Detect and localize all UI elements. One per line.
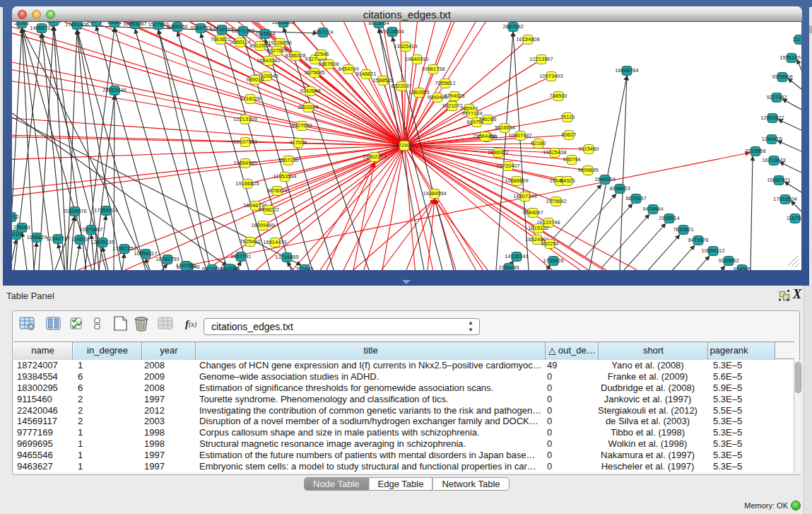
svg-text:13716485: 13716485 — [275, 254, 298, 260]
svg-text:1362615: 1362615 — [408, 89, 429, 95]
svg-text:2718126: 2718126 — [240, 95, 260, 102]
svg-text:53627: 53627 — [562, 132, 577, 138]
svg-text:6794028: 6794028 — [444, 93, 464, 99]
svg-text:99041: 99041 — [107, 22, 122, 25]
svg-text:17016504: 17016504 — [773, 196, 796, 202]
svg-text:8813054: 8813054 — [368, 22, 389, 26]
svg-text:9474444: 9474444 — [642, 206, 663, 212]
svg-text:10975867: 10975867 — [79, 226, 102, 233]
svg-text:3215958: 3215958 — [745, 148, 765, 154]
svg-text:1292346: 1292346 — [175, 262, 196, 269]
svg-text:116753: 116753 — [787, 215, 801, 221]
svg-text:7515524: 7515524 — [254, 30, 275, 37]
svg-text:8471676: 8471676 — [688, 237, 708, 243]
svg-text:22546: 22546 — [314, 51, 329, 57]
svg-text:9684067: 9684067 — [522, 209, 543, 216]
svg-text:10807487: 10807487 — [508, 132, 531, 139]
svg-text:2386322: 2386322 — [488, 149, 508, 156]
svg-text:16543382: 16543382 — [257, 57, 280, 64]
svg-text:28053346: 28053346 — [102, 87, 126, 93]
svg-text:9115460: 9115460 — [579, 146, 599, 152]
svg-text:1156829: 1156829 — [27, 234, 47, 240]
svg-text:3624534: 3624534 — [494, 124, 514, 131]
svg-text:10654112: 10654112 — [702, 247, 725, 254]
svg-text:9146821: 9146821 — [355, 71, 376, 77]
svg-text:12342737: 12342737 — [46, 235, 69, 242]
svg-text:16154808: 16154808 — [516, 36, 539, 42]
svg-text:9660124: 9660124 — [230, 39, 250, 45]
svg-text:10688609: 10688609 — [505, 177, 528, 184]
svg-text:748500: 748500 — [549, 93, 567, 99]
svg-text:2156445: 2156445 — [498, 264, 519, 270]
svg-text:1975692: 1975692 — [546, 198, 566, 204]
svg-text:10107553: 10107553 — [233, 139, 257, 145]
svg-text:371645: 371645 — [295, 266, 313, 270]
svg-text:8938923: 8938923 — [609, 185, 630, 192]
svg-text:417006: 417006 — [289, 139, 307, 146]
svg-text:3498222: 3498222 — [258, 206, 278, 213]
svg-text:10958117: 10958117 — [134, 250, 158, 257]
svg-text:10719155: 10719155 — [210, 26, 233, 33]
svg-text:15751074: 15751074 — [779, 54, 801, 61]
svg-text:1527602: 1527602 — [148, 22, 168, 28]
svg-text:935794: 935794 — [563, 156, 580, 163]
svg-text:19166825: 19166825 — [235, 180, 259, 187]
svg-text:252254: 252254 — [541, 240, 558, 247]
svg-text:15226058: 15226058 — [268, 40, 291, 46]
svg-text:1244415: 1244415 — [761, 136, 782, 142]
svg-text:9245652: 9245652 — [718, 257, 739, 264]
svg-text:10653287: 10653287 — [123, 22, 146, 27]
svg-text:16099489: 16099489 — [251, 222, 274, 228]
svg-text:7625402: 7625402 — [240, 238, 260, 245]
svg-text:11172: 11172 — [792, 36, 801, 42]
svg-text:13325419: 13325419 — [394, 43, 417, 49]
svg-text:16914479: 16914479 — [263, 239, 286, 245]
svg-text:9327509: 9327509 — [266, 47, 287, 54]
svg-text:12093822: 12093822 — [760, 115, 784, 121]
svg-text:16571355: 16571355 — [231, 28, 254, 34]
svg-text:54923: 54923 — [560, 177, 575, 184]
svg-text:335061: 335061 — [13, 224, 30, 230]
svg-text:27691406: 27691406 — [65, 22, 88, 28]
svg-text:12213369: 12213369 — [233, 116, 257, 122]
svg-text:19654985: 19654985 — [233, 160, 257, 166]
svg-text:1615132: 1615132 — [528, 225, 548, 231]
svg-text:7632621: 7632621 — [673, 226, 693, 233]
svg-text:8466160: 8466160 — [167, 23, 187, 30]
svg-text:9699695: 9699695 — [577, 167, 598, 173]
svg-text:14136141: 14136141 — [505, 253, 528, 259]
svg-text:15720407: 15720407 — [496, 163, 519, 169]
svg-text:746266: 746266 — [478, 116, 496, 122]
svg-text:20391: 20391 — [15, 22, 30, 26]
svg-text:19302273: 19302273 — [363, 153, 386, 160]
svg-text:19218506: 19218506 — [380, 28, 404, 35]
svg-text:75115: 75115 — [560, 114, 575, 120]
svg-text:15692971: 15692971 — [767, 177, 790, 183]
svg-text:10961758: 10961758 — [421, 66, 445, 72]
svg-text:(x): (x) — [189, 320, 197, 329]
svg-text:989016: 989016 — [246, 76, 264, 83]
svg-text:21564456: 21564456 — [473, 133, 496, 139]
svg-text:1733426: 1733426 — [543, 257, 563, 264]
svg-text:1640954: 1640954 — [594, 176, 615, 182]
svg-text:96343: 96343 — [47, 22, 61, 24]
svg-text:9227342: 9227342 — [766, 94, 787, 100]
svg-text:18640910: 18640910 — [405, 56, 428, 62]
svg-text:8322037: 8322037 — [391, 83, 411, 89]
svg-text:2867608: 2867608 — [318, 61, 339, 67]
svg-text:18724007: 18724007 — [392, 142, 416, 148]
svg-text:3267130: 3267130 — [278, 157, 298, 163]
svg-text:16782759: 16782759 — [155, 256, 179, 262]
svg-text:924565: 924565 — [733, 266, 751, 270]
svg-text:9371834: 9371834 — [201, 266, 222, 270]
svg-text:7955812: 7955812 — [435, 80, 455, 86]
svg-text:17359924: 17359924 — [94, 207, 117, 214]
svg-text:10973493: 10973493 — [539, 73, 563, 79]
svg-text:183764: 183764 — [87, 22, 105, 24]
svg-text:17957253: 17957253 — [112, 245, 136, 252]
svg-text:9329966: 9329966 — [772, 74, 792, 80]
svg-text:1588520: 1588520 — [372, 77, 393, 83]
svg-text:10025438: 10025438 — [543, 149, 566, 156]
svg-text:5878334: 5878334 — [266, 187, 287, 194]
svg-text:12213967: 12213967 — [529, 56, 553, 62]
